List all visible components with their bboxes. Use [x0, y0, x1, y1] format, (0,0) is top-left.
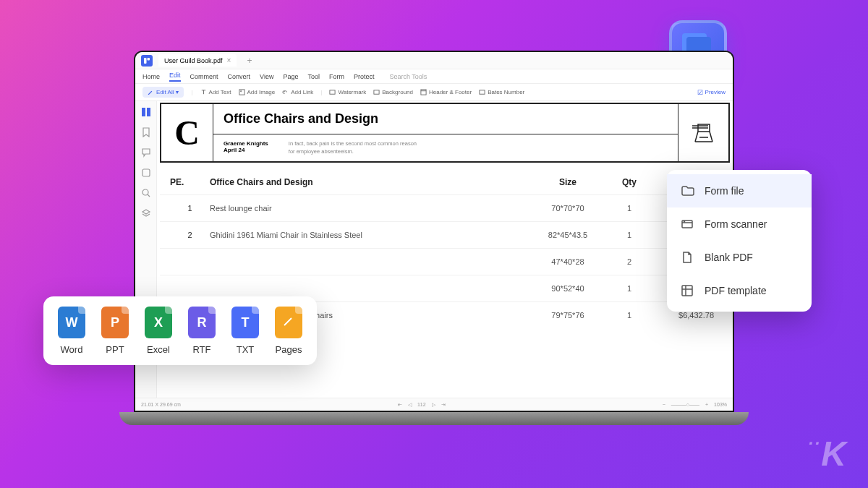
menu-page[interactable]: Page — [283, 73, 298, 80]
export-pages[interactable]: Pages — [275, 307, 302, 355]
export-excel[interactable]: XExcel — [145, 307, 172, 355]
export-label: Word — [61, 344, 83, 355]
export-ppt[interactable]: PPPT — [101, 307, 129, 355]
svg-line-13 — [148, 194, 150, 197]
doc-author: Graeme Knights — [224, 140, 268, 147]
menu-view[interactable]: View — [260, 73, 273, 80]
create-form-scanner[interactable]: Form scanner — [667, 207, 812, 241]
menu-form[interactable]: Form — [329, 73, 344, 80]
search-sidebar-icon[interactable] — [141, 188, 151, 198]
rtf-file-icon: R — [188, 307, 216, 338]
add-text-button[interactable]: Add Text — [200, 89, 231, 95]
statusbar: 21.01 X 29.69 cm ⇤ ◁ 112 ▷ ⇥ − ———○—— + … — [135, 398, 733, 411]
ppt-file-icon: P — [101, 307, 129, 338]
page-number[interactable]: 112 — [417, 402, 426, 407]
export-formats-panel: WWordPPPTXExcelRRTFTTXTPages — [43, 296, 317, 365]
blank-pdf-icon — [680, 250, 694, 265]
export-rtf[interactable]: RRTF — [188, 307, 216, 355]
menu-home[interactable]: Home — [142, 73, 160, 80]
table-row: 2Ghidini 1961 Miami Chair in Stainless S… — [160, 221, 730, 248]
menu-protect[interactable]: Protect — [354, 73, 375, 80]
svg-rect-10 — [147, 108, 150, 116]
page-dimensions: 21.01 X 29.69 cm — [141, 402, 181, 407]
watermark-button[interactable]: Watermark — [329, 89, 366, 95]
nav-next-icon[interactable]: ▷ — [432, 402, 435, 408]
create-pdf-template[interactable]: PDF template — [667, 274, 812, 307]
pdf-template-icon — [680, 283, 694, 298]
th-pe: PE. — [170, 177, 210, 187]
svg-rect-6 — [421, 90, 426, 95]
header-footer-button[interactable]: Header & Footer — [420, 89, 472, 95]
export-label: PPT — [106, 344, 124, 355]
doc-header: C Office Chairs and Design Graeme Knight… — [160, 103, 730, 163]
menu-convert[interactable]: Convert — [228, 73, 251, 80]
export-label: Pages — [276, 344, 302, 355]
nav-last-icon[interactable]: ⇥ — [441, 402, 446, 408]
svg-rect-9 — [142, 108, 145, 116]
nav-first-icon[interactable]: ⇤ — [398, 402, 402, 408]
document-tab[interactable]: User Guild Book.pdf × — [158, 54, 237, 67]
th-qty: Qty — [604, 177, 655, 187]
search-tools-input[interactable]: Search Tools — [389, 73, 427, 80]
add-tab-button[interactable]: + — [242, 56, 256, 66]
pages-file-icon — [275, 307, 302, 338]
menubar: Home Edit Comment Convert View Page Tool… — [135, 69, 733, 84]
thumbnails-icon[interactable] — [141, 107, 151, 117]
attachment-icon[interactable] — [141, 168, 151, 178]
form-scanner-icon — [680, 217, 694, 231]
svg-point-12 — [142, 189, 148, 195]
create-blank-pdf[interactable]: Blank PDF — [667, 241, 812, 274]
toolbar: Edit All ▾ | Add Text Add Image Add Link… — [135, 84, 733, 101]
doc-title: Office Chairs and Design — [213, 104, 678, 134]
app-logo-icon — [141, 55, 153, 67]
menu-edit[interactable]: Edit — [169, 72, 181, 82]
th-size: Size — [532, 177, 604, 187]
export-label: TXT — [237, 344, 255, 355]
svg-rect-20 — [682, 286, 692, 296]
svg-point-3 — [240, 90, 241, 91]
preview-toggle[interactable]: ☑Preview — [697, 89, 726, 96]
edit-all-button[interactable]: Edit All ▾ — [142, 87, 184, 98]
export-label: Excel — [147, 344, 170, 355]
table-row: 1Rest lounge chair70*70*701$**,* — [160, 194, 730, 221]
layers-icon[interactable] — [141, 208, 151, 218]
excel-file-icon: X — [145, 307, 172, 338]
svg-rect-8 — [480, 90, 485, 94]
titlebar: User Guild Book.pdf × + — [135, 52, 733, 69]
svg-rect-5 — [374, 90, 379, 94]
form-file-icon — [680, 184, 694, 198]
export-txt[interactable]: TTXT — [231, 307, 259, 355]
chevron-down-icon: ▾ — [176, 89, 179, 95]
word-file-icon: W — [58, 307, 85, 338]
comment-icon[interactable] — [141, 147, 151, 158]
tab-title: User Guild Book.pdf — [164, 57, 223, 64]
svg-rect-1 — [148, 58, 150, 61]
svg-rect-0 — [144, 58, 147, 64]
add-image-button[interactable]: Add Image — [239, 89, 276, 95]
export-label: RTF — [192, 344, 210, 355]
export-word[interactable]: WWord — [58, 307, 85, 355]
menu-tool[interactable]: Tool — [307, 73, 320, 80]
doc-logo-letter: C — [174, 113, 200, 153]
laptop-frame: User Guild Book.pdf × + Home Edit Commen… — [134, 51, 734, 427]
table-row: 47*40*282$4,128 — [160, 248, 730, 275]
background-button[interactable]: Background — [373, 89, 413, 95]
svg-rect-11 — [142, 169, 150, 176]
nav-prev-icon[interactable]: ◁ — [408, 402, 412, 408]
th-name: Office Chairs and Design — [210, 177, 532, 187]
close-icon[interactable]: × — [227, 56, 231, 64]
zoom-level: 103% — [714, 402, 727, 407]
svg-point-19 — [684, 221, 685, 222]
chair-icon — [692, 121, 715, 145]
watermark-k-logo: K — [821, 434, 846, 474]
create-form-file[interactable]: Form file — [667, 174, 812, 207]
add-link-button[interactable]: Add Link — [282, 89, 313, 95]
doc-date: April 24 — [224, 147, 268, 153]
txt-file-icon: T — [231, 307, 259, 338]
bookmark-icon[interactable] — [141, 127, 151, 137]
create-menu: Form fileForm scannerBlank PDFPDF templa… — [667, 170, 812, 312]
zoom-out-icon[interactable]: − — [663, 402, 665, 407]
zoom-in-icon[interactable]: + — [705, 402, 708, 407]
menu-comment[interactable]: Comment — [190, 73, 218, 80]
bates-number-button[interactable]: Bates Number — [479, 89, 524, 95]
